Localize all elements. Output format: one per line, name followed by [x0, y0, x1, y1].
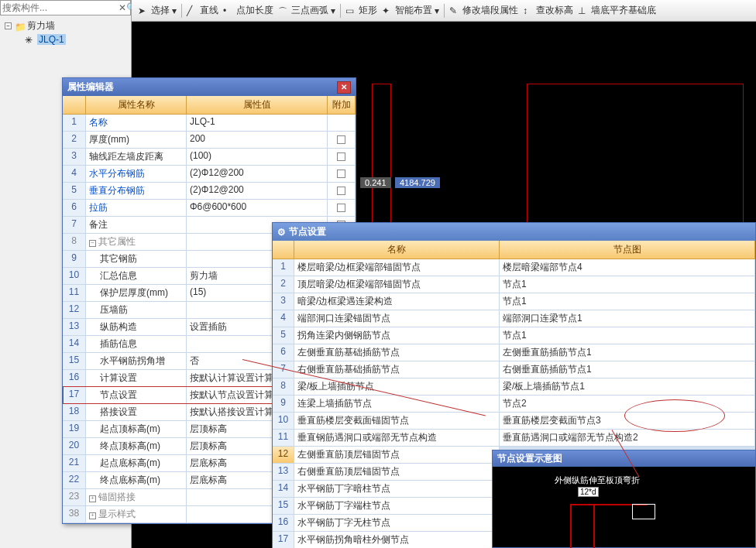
prop-name: 节点设置	[86, 387, 187, 403]
component-icon: ✳	[25, 35, 34, 44]
prop-value[interactable]: 200	[187, 132, 328, 148]
smart-button[interactable]: ✦智能布置▾	[382, 4, 439, 17]
row-num: 5	[273, 327, 294, 344]
node-row[interactable]: 7右侧垂直筋基础插筋节点右侧垂直筋插筋节点1	[273, 361, 755, 378]
node-row[interactable]: 10垂直筋楼层变截面锚固节点垂直筋楼层变截面节点3	[273, 413, 755, 430]
tree-child-item[interactable]: ✳ JLQ-1	[5, 33, 126, 46]
separator	[340, 4, 341, 18]
node-diagram-window: 节点设置示意图 外侧纵筋伸至板顶弯折 12*d	[492, 450, 756, 548]
elev-icon: ↕	[523, 5, 534, 16]
rebar-line	[593, 504, 595, 548]
property-row[interactable]: 6拉筋Φ6@600*600	[63, 200, 356, 217]
property-header: 属性名称 属性值 附加	[63, 96, 356, 115]
expand-icon[interactable]: −	[89, 240, 96, 247]
prop-name: 拉筋	[86, 200, 187, 216]
prop-name: 压墙筋	[86, 302, 187, 318]
prop-extra	[328, 200, 356, 216]
row-num: 12	[273, 447, 294, 463]
checkbox[interactable]	[337, 135, 345, 144]
node-figure[interactable]: 楼层暗梁端部节点4	[500, 259, 755, 276]
row-num: 8	[273, 378, 294, 395]
modseg-button[interactable]: ✎修改墙段属性	[449, 4, 518, 17]
node-figure[interactable]: 端部洞口连梁节点1	[500, 310, 755, 327]
row-num: 15	[273, 498, 294, 514]
checkbox[interactable]	[337, 204, 345, 212]
node-row[interactable]: 8梁/板上墙插筋节点梁/板上墙插筋节点1	[273, 378, 755, 396]
node-window-titlebar[interactable]: ⚙ 节点设置	[273, 223, 755, 241]
expand-icon[interactable]: +	[89, 495, 96, 502]
expand-icon[interactable]: +	[89, 512, 96, 519]
node-figure[interactable]: 垂直筋楼层变截面节点3	[500, 413, 755, 429]
select-button[interactable]: ➤选择▾	[138, 4, 177, 17]
search-input[interactable]	[2, 2, 119, 13]
node-row[interactable]: 3暗梁/边框梁遇连梁构造节点1	[273, 293, 755, 310]
rect-button[interactable]: ▭矩形	[345, 4, 377, 17]
window-title: 属性编辑器	[67, 80, 114, 94]
prop-value[interactable]: Φ6@600*600	[187, 200, 328, 216]
node-name: 左侧垂直筋顶层锚固节点	[294, 447, 500, 463]
node-figure[interactable]: 节点1	[500, 276, 755, 293]
node-row[interactable]: 9连梁上墙插筋节点节点2	[273, 396, 755, 413]
node-row[interactable]: 2顶层暗梁/边框梁端部锚固节点节点1	[273, 276, 755, 293]
prop-value[interactable]: (2)Φ12@200	[187, 166, 328, 182]
prop-extra	[328, 183, 356, 199]
node-row[interactable]: 4端部洞口连梁锚固节点端部洞口连梁节点1	[273, 310, 755, 327]
line-button[interactable]: ╱直线	[187, 4, 218, 17]
node-row[interactable]: 5拐角连梁内侧钢筋节点节点1	[273, 327, 755, 344]
node-figure[interactable]: 节点1	[500, 293, 755, 310]
checkbox[interactable]	[337, 152, 345, 161]
checkbox[interactable]	[337, 187, 345, 195]
node-figure[interactable]: 左侧垂直筋插筋节点1	[500, 344, 755, 361]
row-num: 9	[63, 251, 86, 267]
property-row[interactable]: 4水平分布钢筋(2)Φ12@200	[63, 166, 356, 183]
property-row[interactable]: 1名称JLQ-1	[63, 115, 356, 132]
row-num: 1	[273, 259, 294, 276]
node-name: 端部洞口连梁锚固节点	[294, 310, 500, 327]
pointlen-button[interactable]: •点加长度	[223, 4, 273, 17]
prop-value[interactable]: JLQ-1	[187, 115, 328, 131]
diagram-value-input[interactable]: 12*d	[578, 487, 599, 497]
property-row[interactable]: 5垂直分布钢筋(2)Φ12@200	[63, 183, 356, 200]
tree-collapse-icon[interactable]: −	[5, 22, 12, 29]
node-figure[interactable]: 节点1	[500, 327, 755, 344]
property-row[interactable]: 3轴线距左墙皮距离(100)	[63, 149, 356, 166]
diagram-titlebar[interactable]: 节点设置示意图	[493, 450, 755, 467]
row-num: 21	[63, 455, 86, 471]
arc3-button[interactable]: ⌒三点画弧▾	[278, 4, 335, 17]
search-clear-icon[interactable]: ✕	[119, 2, 126, 13]
row-num: 11	[63, 285, 86, 301]
property-row[interactable]: 2厚度(mm)200	[63, 132, 356, 149]
row-num: 17	[273, 532, 294, 548]
node-figure[interactable]: 垂直筋遇洞口或端部无节点构造2	[500, 430, 755, 446]
checkbox[interactable]	[337, 170, 345, 178]
node-name: 垂直筋楼层变截面锚固节点	[294, 413, 500, 429]
wallbot-button[interactable]: ⊥墙底平齐基础底	[578, 4, 656, 17]
row-num: 9	[273, 396, 294, 412]
main-toolbar: ➤选择▾ ╱直线 •点加长度 ⌒三点画弧▾ ▭矩形 ✦智能布置▾ ✎修改墙段属性…	[132, 0, 756, 22]
close-button[interactable]: ✕	[337, 81, 351, 94]
tree-root-item[interactable]: − 📁 剪力墙	[5, 19, 126, 33]
node-row[interactable]: 11垂直钢筋遇洞口或端部无节点构造垂直筋遇洞口或端部无节点构造2	[273, 430, 755, 447]
component-tree: − 📁 剪力墙 ✳ JLQ-1	[0, 15, 131, 49]
row-num: 10	[63, 268, 86, 284]
node-row[interactable]: 1楼层暗梁/边框梁端部锚固节点楼层暗梁端部节点4	[273, 259, 755, 276]
prop-value[interactable]: (100)	[187, 149, 328, 165]
node-name: 梁/板上墙插筋节点	[294, 378, 500, 395]
checkelev-button[interactable]: ↕查改标高	[523, 4, 573, 17]
row-num: 12	[63, 302, 86, 318]
chevron-down-icon: ▾	[172, 5, 177, 16]
prop-name: −其它属性	[86, 234, 187, 250]
node-figure[interactable]: 节点2	[500, 396, 755, 412]
rebar-line	[570, 505, 572, 548]
row-num: 6	[63, 200, 86, 216]
row-num: 2	[273, 276, 294, 293]
node-figure[interactable]: 梁/板上墙插筋节点1	[500, 378, 755, 395]
node-row[interactable]: 6左侧垂直筋基础插筋节点左侧垂直筋插筋节点1	[273, 344, 755, 361]
prop-name: 起点顶标高(m)	[86, 421, 187, 437]
hdr-ext: 附加	[328, 96, 356, 114]
node-figure[interactable]: 右侧垂直筋插筋节点1	[500, 361, 755, 378]
property-window-titlebar[interactable]: 属性编辑器 ✕	[63, 78, 356, 96]
prop-value[interactable]: (2)Φ12@200	[187, 183, 328, 199]
diagram-annotation: 外侧纵筋伸至板顶弯折	[555, 474, 640, 486]
edit-icon: ✎	[449, 5, 460, 16]
